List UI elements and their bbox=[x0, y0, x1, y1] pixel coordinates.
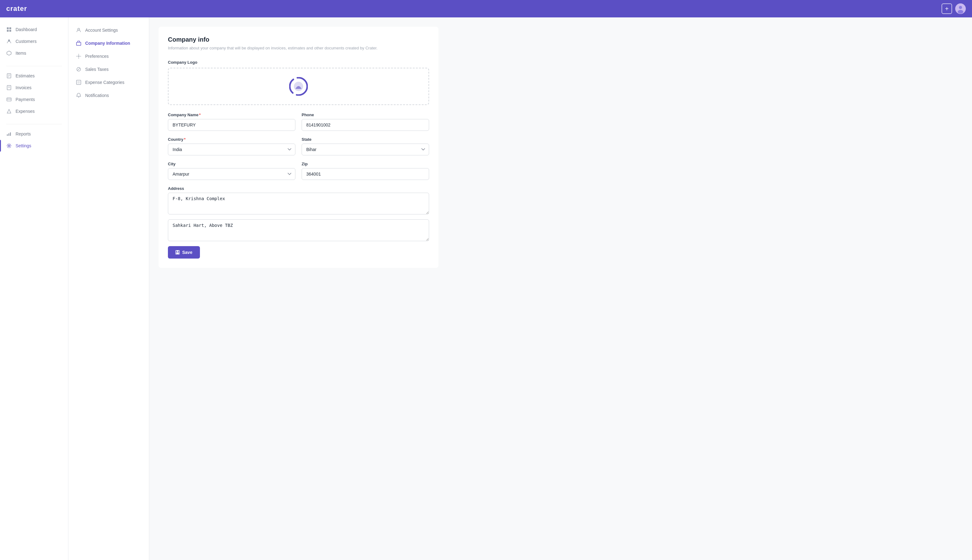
dashboard-icon bbox=[6, 27, 12, 32]
form-row-city-zip: City Amarpur Zip bbox=[168, 162, 429, 180]
account-icon bbox=[76, 27, 82, 33]
user-avatar[interactable] bbox=[955, 3, 966, 14]
sidebar-label-dashboard: Dashboard bbox=[15, 27, 37, 32]
save-label: Save bbox=[182, 250, 192, 255]
form-group-city: City Amarpur bbox=[168, 162, 296, 180]
city-label: City bbox=[168, 162, 296, 166]
sidebar-label-expenses: Expenses bbox=[15, 109, 35, 114]
sidebar-group-finance: Estimates Invoices bbox=[0, 70, 68, 117]
company-name-label: Company Name* bbox=[168, 112, 296, 117]
form-group-address: Address F-8, Krishna Complex bbox=[168, 186, 429, 215]
settings-nav-label-preferences: Preferences bbox=[85, 54, 109, 59]
svg-rect-5 bbox=[7, 30, 9, 32]
form-group-company-name: Company Name* bbox=[168, 112, 296, 131]
settings-icon bbox=[6, 143, 12, 148]
svg-marker-18 bbox=[7, 109, 11, 113]
save-button[interactable]: Save bbox=[168, 246, 200, 258]
address-line1-input[interactable]: F-8, Krishna Complex bbox=[168, 193, 429, 215]
state-label: State bbox=[302, 137, 429, 142]
sidebar-label-items: Items bbox=[15, 51, 26, 56]
sidebar-item-estimates[interactable]: Estimates bbox=[0, 70, 68, 82]
items-icon bbox=[6, 50, 12, 56]
sidebar-group-main: Dashboard Customers Items bbox=[0, 23, 68, 59]
address-line2-input[interactable]: Sahkari Hart, Above TBZ bbox=[168, 219, 429, 241]
form-group-address2: Sahkari Hart, Above TBZ bbox=[168, 219, 429, 241]
add-button[interactable]: + bbox=[942, 3, 952, 14]
logo-label: Company Logo bbox=[168, 60, 429, 65]
svg-rect-33 bbox=[177, 250, 179, 252]
city-select[interactable]: Amarpur bbox=[168, 168, 296, 180]
sidebar-item-payments[interactable]: Payments bbox=[0, 93, 68, 105]
company-info-card: Company info Information about your comp… bbox=[159, 27, 438, 268]
svg-rect-6 bbox=[9, 30, 11, 32]
sidebar-item-dashboard[interactable]: Dashboard bbox=[0, 23, 68, 35]
form-row-name-phone: Company Name* Phone bbox=[168, 112, 429, 131]
page-title: Company info bbox=[168, 36, 429, 43]
sidebar-label-reports: Reports bbox=[15, 132, 31, 137]
top-navigation: crater + bbox=[0, 0, 972, 17]
svg-marker-8 bbox=[7, 51, 11, 55]
main-content: Company info Information about your comp… bbox=[149, 17, 972, 560]
company-name-input[interactable] bbox=[168, 119, 296, 131]
sidebar-item-reports[interactable]: Reports bbox=[0, 128, 68, 140]
settings-nav-label-expense-categories: Expense Categories bbox=[85, 80, 124, 85]
settings-nav-notifications[interactable]: Notifications bbox=[68, 89, 149, 102]
state-select[interactable]: Bihar bbox=[302, 143, 429, 155]
settings-nav-label-account: Account Settings bbox=[85, 28, 118, 33]
svg-rect-24 bbox=[77, 42, 81, 45]
sidebar-item-items[interactable]: Items bbox=[0, 47, 68, 59]
sidebar-item-expenses[interactable]: Expenses bbox=[0, 105, 68, 117]
address-label: Address bbox=[168, 186, 429, 191]
company-logo-placeholder bbox=[289, 77, 308, 96]
settings-nav-preferences[interactable]: Preferences bbox=[68, 50, 149, 63]
svg-point-7 bbox=[8, 40, 10, 41]
form-group-zip: Zip bbox=[302, 162, 429, 180]
settings-nav-expense-categories[interactable]: Expense Categories bbox=[68, 76, 149, 89]
sidebar-item-customers[interactable]: Customers bbox=[0, 35, 68, 47]
sidebar: Dashboard Customers Items bbox=[0, 17, 68, 560]
sidebar-divider-2 bbox=[6, 124, 62, 124]
topnav-right: + bbox=[942, 3, 966, 14]
form-row-country-state: Country* India State Bihar bbox=[168, 137, 429, 155]
settings-nav-account[interactable]: Account Settings bbox=[68, 23, 149, 37]
sidebar-label-customers: Customers bbox=[15, 39, 37, 44]
sidebar-group-tools: Reports Settings bbox=[0, 128, 68, 152]
form-group-country: Country* India bbox=[168, 137, 296, 155]
sidebar-item-invoices[interactable]: Invoices bbox=[0, 82, 68, 93]
estimates-icon bbox=[6, 73, 12, 78]
zip-input[interactable] bbox=[302, 168, 429, 180]
sidebar-label-estimates: Estimates bbox=[15, 73, 35, 78]
svg-rect-19 bbox=[7, 134, 8, 136]
notifications-icon bbox=[76, 93, 82, 98]
phone-label: Phone bbox=[302, 112, 429, 117]
phone-input[interactable] bbox=[302, 119, 429, 131]
sidebar-label-payments: Payments bbox=[15, 97, 35, 102]
settings-nav-label-taxes: Sales Taxes bbox=[85, 67, 109, 72]
svg-rect-27 bbox=[77, 80, 81, 85]
logo-upload-area[interactable] bbox=[168, 68, 429, 105]
svg-rect-34 bbox=[176, 252, 179, 254]
svg-point-25 bbox=[78, 56, 79, 57]
settings-nav-label-notifications: Notifications bbox=[85, 93, 109, 98]
form-group-state: State Bihar bbox=[302, 137, 429, 155]
settings-container: Account Settings Company Information bbox=[68, 17, 972, 560]
app-body: Dashboard Customers Items bbox=[0, 17, 972, 560]
invoices-icon bbox=[6, 85, 12, 90]
settings-nav-company[interactable]: Company Information bbox=[68, 37, 149, 50]
sidebar-divider bbox=[6, 66, 62, 66]
preferences-icon bbox=[76, 53, 82, 59]
svg-rect-20 bbox=[8, 133, 9, 136]
sidebar-label-invoices: Invoices bbox=[15, 85, 32, 90]
settings-sidebar: Account Settings Company Information bbox=[68, 17, 149, 560]
country-select[interactable]: India bbox=[168, 143, 296, 155]
svg-point-1 bbox=[959, 6, 962, 9]
customers-icon bbox=[6, 38, 12, 44]
payments-icon bbox=[6, 97, 12, 102]
sidebar-label-settings: Settings bbox=[15, 143, 32, 148]
svg-point-2 bbox=[958, 10, 963, 14]
svg-rect-21 bbox=[10, 132, 11, 136]
settings-nav-taxes[interactable]: Sales Taxes bbox=[68, 63, 149, 76]
sidebar-item-settings[interactable]: Settings bbox=[0, 140, 68, 152]
tax-icon bbox=[76, 67, 82, 72]
zip-label: Zip bbox=[302, 162, 429, 166]
